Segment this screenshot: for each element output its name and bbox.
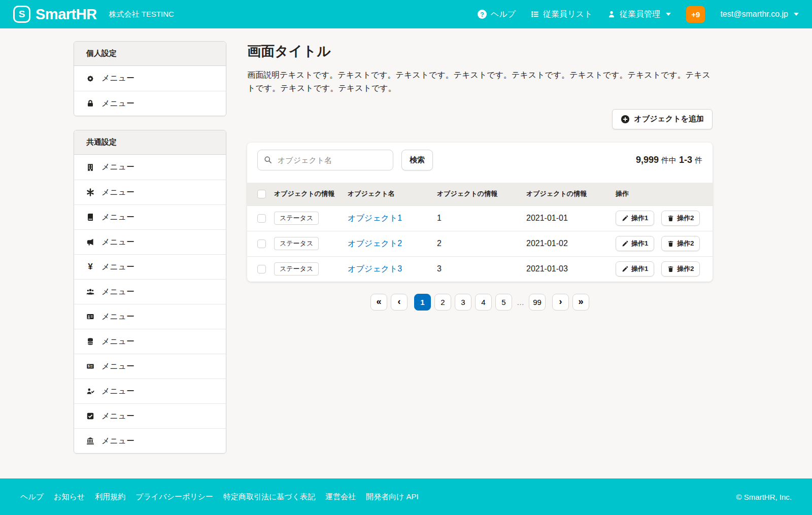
footer-link-help[interactable]: ヘルプ: [20, 492, 44, 502]
object-link[interactable]: オブジェクト3: [348, 264, 402, 273]
result-count-total: 9,999: [636, 155, 659, 165]
edit-action-button[interactable]: 操作1: [616, 236, 654, 251]
sidebar-item-menu[interactable]: メニュー: [74, 279, 226, 304]
select-all-checkbox[interactable]: [257, 190, 266, 198]
nav-employee-mgmt-label: 従業員管理: [620, 9, 660, 20]
notification-badge[interactable]: +9: [686, 6, 705, 23]
edit-action-button[interactable]: 操作1: [616, 261, 654, 277]
column-header: オブジェクト名: [348, 189, 437, 198]
first-page-button[interactable]: «: [370, 294, 387, 311]
sidebar-item-menu[interactable]: メニュー: [74, 155, 226, 180]
add-object-button[interactable]: オブジェクトを追加: [612, 109, 713, 129]
sidebar-item-label: メニュー: [101, 73, 134, 84]
header-nav: ? ヘルプ 従業員リスト 従業員管理 +9 test@smarthr.co.jp: [478, 6, 799, 23]
page-content: 個人設定 メニュー メニュー 共通設定 メニュー メニュー メニュー: [0, 28, 812, 478]
column-header: オブジェクトの情報: [437, 189, 526, 198]
sidebar-item-menu[interactable]: メニュー: [74, 229, 226, 254]
yen-icon: ¥: [86, 262, 94, 272]
page-button-99[interactable]: 99: [529, 294, 546, 311]
status-badge: ステータス: [274, 212, 319, 225]
page-button-2[interactable]: 2: [434, 294, 451, 311]
row-checkbox[interactable]: [257, 239, 266, 248]
pencil-icon: [622, 215, 628, 222]
delete-action-button[interactable]: 操作2: [661, 261, 700, 277]
app-footer: ヘルプ お知らせ 利用規約 プライバシーポリシー 特定商取引法に基づく表記 運営…: [0, 478, 812, 515]
footer-link-developer-api[interactable]: 開発者向け API: [366, 492, 419, 502]
sidebar-item-menu[interactable]: ¥ メニュー: [74, 254, 226, 279]
asterisk-icon: [86, 188, 94, 196]
sidebar-item-menu[interactable]: メニュー: [74, 403, 226, 428]
add-object-button-label: オブジェクトを追加: [634, 114, 704, 124]
footer-links: ヘルプ お知らせ 利用規約 プライバシーポリシー 特定商取引法に基づく表記 運営…: [20, 492, 419, 502]
last-page-button[interactable]: »: [572, 294, 589, 311]
smarthr-logo[interactable]: S SmartHR: [13, 6, 97, 23]
result-count-range: 1-3: [679, 155, 692, 165]
footer-link-news[interactable]: お知らせ: [54, 492, 85, 502]
prev-page-button[interactable]: ‹: [391, 294, 408, 311]
object-date: 2021-01-03: [526, 264, 616, 273]
nav-employee-list[interactable]: 従業員リスト: [531, 9, 592, 20]
sidebar-item-label: メニュー: [101, 98, 134, 109]
next-page-button[interactable]: ›: [552, 294, 569, 311]
object-date: 2021-01-01: [526, 214, 616, 223]
nav-employee-mgmt-dropdown[interactable]: 従業員管理: [607, 9, 671, 20]
chevron-down-icon: [666, 13, 671, 16]
table-row: ステータス オブジェクト2 2 2021-01-02 操作1 操作2: [247, 231, 713, 256]
page-button-3[interactable]: 3: [455, 294, 471, 311]
sidebar-item-label: メニュー: [101, 336, 134, 347]
main-area: 画面タイトル 画面説明テキストです。テキストです。テキストです。テキストです。テ…: [247, 41, 713, 478]
sidebar-item-label: メニュー: [101, 187, 134, 198]
bullhorn-icon: [86, 238, 94, 246]
delete-action-button[interactable]: 操作2: [661, 236, 700, 251]
sidebar-item-menu[interactable]: メニュー: [74, 379, 226, 403]
company-name: 株式会社 TESTINC: [109, 10, 174, 19]
sidebar-item-menu[interactable]: メニュー: [74, 66, 226, 91]
money-check-icon: [86, 362, 94, 370]
nav-help[interactable]: ? ヘルプ: [478, 9, 516, 20]
row-checkbox[interactable]: [257, 265, 266, 273]
object-info: 1: [437, 214, 526, 223]
question-circle-icon: ?: [478, 10, 487, 19]
sidebar-item-menu[interactable]: メニュー: [74, 354, 226, 379]
gear-icon: [86, 75, 94, 83]
lock-icon: [86, 99, 94, 108]
sidebar-item-label: メニュー: [101, 386, 134, 397]
sidebar-section-personal: 個人設定 メニュー メニュー: [74, 41, 226, 116]
sidebar-item-menu[interactable]: メニュー: [74, 329, 226, 354]
page-button-1[interactable]: 1: [414, 294, 431, 311]
footer-link-privacy[interactable]: プライバシーポリシー: [136, 492, 213, 502]
edit-action-button[interactable]: 操作1: [616, 211, 654, 226]
sidebar-item-menu[interactable]: メニュー: [74, 304, 226, 329]
column-header: オブジェクトの情報: [274, 189, 348, 198]
sidebar-item-menu[interactable]: メニュー: [74, 91, 226, 116]
sidebar-item-label: メニュー: [101, 162, 134, 173]
sidebar-item-label: メニュー: [101, 312, 134, 322]
page-title: 画面タイトル: [247, 42, 713, 60]
footer-link-commerce-law[interactable]: 特定商取引法に基づく表記: [223, 492, 315, 502]
result-count: 9,999 件中 1-3 件: [636, 155, 702, 165]
nav-help-label: ヘルプ: [491, 9, 516, 20]
page-button-5[interactable]: 5: [495, 294, 512, 311]
sidebar-item-label: メニュー: [101, 411, 134, 422]
sidebar-item-label: メニュー: [101, 361, 134, 372]
page-description: 画面説明テキストです。テキストです。テキストです。テキストです。テキストです。テ…: [247, 68, 713, 95]
app-header: S SmartHR 株式会社 TESTINC ? ヘルプ 従業員リスト 従業員管…: [0, 0, 812, 28]
sidebar-item-menu[interactable]: メニュー: [74, 180, 226, 204]
page-button-4[interactable]: 4: [475, 294, 492, 311]
row-checkbox[interactable]: [257, 214, 266, 223]
pencil-icon: [622, 241, 628, 247]
search-box[interactable]: [257, 150, 393, 170]
object-link[interactable]: オブジェクト2: [348, 239, 402, 248]
delete-action-button[interactable]: 操作2: [661, 211, 700, 226]
account-dropdown[interactable]: test@smarthr.co.jp: [720, 10, 799, 19]
footer-link-company[interactable]: 運営会社: [325, 492, 356, 502]
sidebar-item-menu[interactable]: メニュー: [74, 204, 226, 229]
search-button[interactable]: 検索: [401, 150, 433, 170]
status-badge: ステータス: [274, 237, 319, 250]
sidebar-item-menu[interactable]: メニュー: [74, 428, 226, 453]
footer-link-terms[interactable]: 利用規約: [95, 492, 125, 502]
object-link[interactable]: オブジェクト1: [348, 214, 402, 222]
search-input[interactable]: [277, 155, 387, 165]
plus-circle-icon: [621, 115, 630, 124]
trash-icon: [667, 266, 674, 272]
